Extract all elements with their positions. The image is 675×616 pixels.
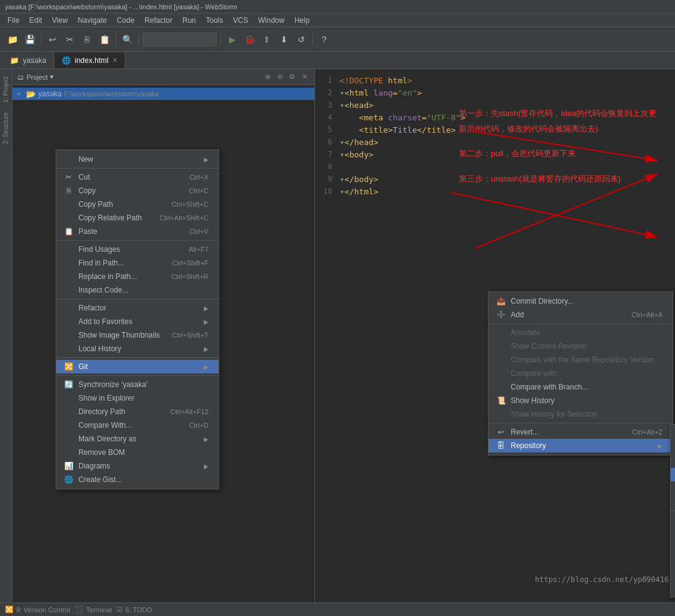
ctx-compare-branch[interactable]: Compare with Branch... [488,380,673,394]
ctx-show-explorer[interactable]: Show in Explorer [56,391,219,405]
menu-navigate[interactable]: Navigate [73,14,112,27]
title-bar: yasaka [F:\workspace\webstorm\yasaka] - … [0,0,675,14]
menu-window[interactable]: Window [253,14,290,27]
context-menu-main: New ▶ ✂ Cut Ctrl+X ⎘ Copy Ctrl+C [56,149,219,489]
ctx-show-history[interactable]: 📜 Show History [488,394,673,407]
toolbar-save-btn[interactable]: 💾 [22,32,37,47]
ctx-commit-dir[interactable]: 📤 Commit Directory... [488,294,673,308]
panel-title-dropdown[interactable]: ▾ [50,73,54,81]
status-version-control[interactable]: 🔀 9: Version Control [5,606,70,614]
ctx-create-gist[interactable]: 🌐 Create Gist... [56,473,219,486]
ctx-revert[interactable]: ↩ Revert... Ctrl+Alt+Z [488,425,673,439]
ctx-unstash-changes[interactable]: 📤 UnStash Changes... [671,481,675,495]
menu-code[interactable]: Code [112,14,140,27]
ctx-git[interactable]: 🔀 Git ▶ [56,360,219,373]
panel-header: 🗂 Project ▾ ⊕ ⊖ ⚙ ✕ [12,69,314,85]
ctx-compare-with[interactable]: Compare With... Ctrl+D [56,418,219,432]
menu-edit[interactable]: Edit [24,14,47,27]
left-sidebar: 1: Project 2: Structure [0,69,12,602]
toolbar-copy-btn[interactable]: ⎘ [80,32,94,47]
menu-file[interactable]: File [2,14,24,27]
toolbar-paste-btn[interactable]: 📋 [97,32,112,47]
ctx-clone[interactable]: Clone... [671,527,675,540]
toolbar-vcs-btn[interactable]: ⬆ [259,32,274,47]
ctx-compare-same-repo: Compare with the Same Repository Version [488,353,673,367]
ctx-rebase[interactable]: Rebase... [671,581,675,594]
run-config-input[interactable] [143,33,217,46]
sidebar-structure-label[interactable]: 2: Structure [2,107,9,149]
ctx-refactor[interactable]: Refactor ▶ [56,301,219,315]
menu-help[interactable]: Help [290,14,315,27]
annotation-step1: 第一步：先stash(暂存代码，idea的代码会恢复到上次更新后的代码，修改的代… [459,106,663,136]
toolbar-debug-btn[interactable]: 🐞 [242,32,257,47]
ctx-copy-path[interactable]: Copy Path Ctrl+Shift+C [56,198,219,211]
ctx-revert-icon: ↩ [496,427,506,437]
ctx-tag[interactable]: 🏷 Tag... [671,441,675,454]
ctx-fetch[interactable]: ⬇ Fetch [671,540,675,554]
ctx-new[interactable]: New ▶ [56,152,219,166]
toolbar-undo-btn[interactable]: ↩ [45,32,60,47]
panel-collapse-btn[interactable]: ⊖ [275,72,285,82]
ctx-find-in-path[interactable]: Find in Path... Ctrl+Shift+F [56,256,219,270]
ctx-remove-bom[interactable]: Remove BOM [56,446,219,459]
tree-icon-root: 📂 [26,89,36,99]
toolbar-project-btn[interactable]: 📁 [5,32,20,47]
menu-vcs[interactable]: VCS [228,14,253,27]
toolbar-sep-4 [220,33,221,46]
ctx-local-history[interactable]: Local History ▶ [56,342,219,356]
panel-settings-btn[interactable]: ⚙ [287,72,297,82]
toolbar-run-btn[interactable]: ▶ [225,32,240,47]
ctx-copy[interactable]: ⎘ Copy Ctrl+C [56,184,219,198]
panel-close-btn[interactable]: ✕ [300,72,309,82]
ctx-inspect-code[interactable]: Inspect Code... [56,283,219,297]
tab-project[interactable]: 📁 yasaka [2,52,54,69]
ctx-push[interactable]: ⬆ Push... Ctrl+Shift+K [671,567,675,581]
tab-close-icon[interactable]: ✕ [112,57,117,64]
ctx-annotate-icon [496,328,506,338]
status-todo[interactable]: ☑ 6: TODO [117,606,153,614]
ctx-paste-icon: 📋 [64,227,73,236]
ctx-mark-dir[interactable]: Mark Directory as ▶ [56,432,219,446]
toolbar-update-btn[interactable]: ⬇ [277,32,291,47]
tree-item-root[interactable]: ▾ 📂 yasaka F:\workspace\webstorm\yasaka [12,88,314,100]
ctx-mark-icon [64,434,73,444]
ctx-synchronize[interactable]: 🔄 Synchronize 'yasaka' [56,378,219,391]
ctx-replace-in-path[interactable]: Replace in Path... Ctrl+Shift+R [56,270,219,283]
ctx-add[interactable]: ➕ Add Ctrl+Alt+A [488,308,673,322]
ctx-show-thumbnails[interactable]: Show Image Thumbnails Ctrl+Shift+T [56,328,219,342]
status-vc-label: 9: Version Control [16,606,70,614]
ctx-reset-head[interactable]: ⏮ Reset HEAD... [671,495,675,509]
ctx-find-usages[interactable]: Find Usages Alt+F7 [56,243,219,256]
sidebar-project-label[interactable]: 1: Project [2,72,9,107]
toolbar-help-btn[interactable]: ? [317,32,332,47]
project-panel: 🗂 Project ▾ ⊕ ⊖ ⚙ ✕ ▾ 📂 yasaka F:\worksp… [12,69,315,602]
tab-project-icon: 📁 [10,56,19,65]
ctx-remotes[interactable]: Remotes... [671,513,675,527]
toolbar-rollback-btn[interactable]: ↺ [294,32,309,47]
ctx-git-sep2 [488,423,673,423]
menu-refactor[interactable]: Refactor [140,14,177,27]
status-terminal[interactable]: ⬛ Terminal [75,606,112,614]
ctx-merge-changes[interactable]: 🔀 Merge Changes... [671,454,675,468]
toolbar-search-btn[interactable]: 🔍 [120,32,135,47]
panel-sync-btn[interactable]: ⊕ [262,72,272,82]
ctx-copy-rel-icon [64,213,73,223]
status-terminal-label: Terminal [86,606,112,614]
ctx-paste[interactable]: 📋 Paste Ctrl+V [56,225,219,238]
ctx-branches[interactable]: 🌿 Branches... [671,427,675,441]
tab-file[interactable]: 🌐 index.html ✕ [54,52,125,69]
ctx-copy-relative-path[interactable]: Copy Relative Path Ctrl+Alt+Shift+C [56,211,219,225]
status-todo-icon: ☑ [117,606,123,614]
ctx-stash-changes[interactable]: 📦 Stash Changes... [671,468,675,481]
ctx-add-favorites[interactable]: Add to Favorites ▶ [56,315,219,328]
menu-tools[interactable]: Tools [201,14,228,27]
panel-title-icon: 🗂 [17,73,24,81]
ctx-pull[interactable]: ⬇ Pull... [671,554,675,567]
ctx-repository[interactable]: 🗄 Repository ▶ [488,439,673,452]
ctx-directory-path[interactable]: Directory Path Ctrl+Alt+F12 [56,405,219,418]
menu-run[interactable]: Run [177,14,201,27]
menu-view[interactable]: View [47,14,73,27]
toolbar-cut-btn[interactable]: ✂ [62,32,77,47]
ctx-cut[interactable]: ✂ Cut Ctrl+X [56,170,219,184]
ctx-diagrams[interactable]: 📊 Diagrams ▶ [56,459,219,473]
